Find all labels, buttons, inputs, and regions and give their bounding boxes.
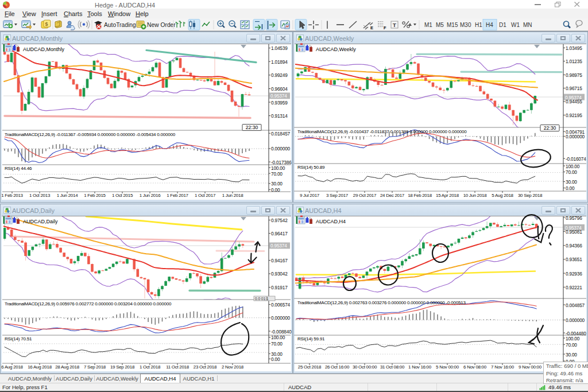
svg-text:0.00: 0.00 xyxy=(271,356,280,362)
svg-text:11 Oct 2018: 11 Oct 2018 xyxy=(166,364,189,370)
svg-text:70.00: 70.00 xyxy=(271,341,283,347)
svg-text:15 Apr 2018: 15 Apr 2018 xyxy=(436,193,459,198)
svg-text:7 Nov 16:00: 7 Nov 16:00 xyxy=(491,364,514,370)
svg-text:TraditionalMACD(12,26,9) -0.01: TraditionalMACD(12,26,9) -0.010437 -0.01… xyxy=(297,129,467,134)
svg-text:AUDCAD,Monthly: AUDCAD,Monthly xyxy=(23,46,65,52)
svg-text:0.97542: 0.97542 xyxy=(271,218,288,223)
svg-text:18 Feb 2018: 18 Feb 2018 xyxy=(408,193,432,198)
svg-text:70.00: 70.00 xyxy=(566,169,577,175)
svg-text:-0.017386: -0.017386 xyxy=(271,160,292,165)
svg-text:0.0 01:1: 0.0 01:1 xyxy=(255,297,269,301)
svg-text:30.00: 30.00 xyxy=(566,352,577,358)
svg-text:1.01894: 1.01894 xyxy=(271,59,288,65)
svg-text:7 Sep 2018: 7 Sep 2018 xyxy=(84,364,106,370)
svg-text:5 Aug 2018: 5 Aug 2018 xyxy=(492,193,513,198)
svg-text:23 Oct 2018: 23 Oct 2018 xyxy=(194,364,217,370)
svg-text:1 Oct 2018: 1 Oct 2018 xyxy=(140,364,161,370)
svg-text:-0.016074: -0.016074 xyxy=(566,156,586,162)
svg-text:29 Oct 2017: 29 Oct 2017 xyxy=(353,193,377,198)
svg-text:AUDCAD,Daily: AUDCAD,Daily xyxy=(23,219,58,224)
svg-text:100.00: 100.00 xyxy=(271,165,285,171)
svg-text:1.01235: 1.01235 xyxy=(566,59,582,64)
svg-text:RSI(14) 44.46: RSI(14) 44.46 xyxy=(5,166,32,171)
svg-text:1 Feb 2013: 1 Feb 2013 xyxy=(1,193,23,198)
svg-text:0.018457: 0.018457 xyxy=(271,131,291,137)
svg-text:70.00: 70.00 xyxy=(271,171,283,177)
svg-text:0.93042: 0.93042 xyxy=(271,271,288,277)
svg-text:0.000000: 0.000000 xyxy=(271,146,291,152)
svg-text:30.00: 30.00 xyxy=(566,179,577,185)
svg-text:9 Nov 00:00: 9 Nov 00:00 xyxy=(519,364,542,370)
svg-text:6 Aug 2018: 6 Aug 2018 xyxy=(1,364,23,370)
svg-text:0.95374: 0.95374 xyxy=(270,93,287,99)
svg-text:0.000000: 0.000000 xyxy=(271,315,291,321)
svg-text:0.91917: 0.91917 xyxy=(271,285,288,290)
svg-text:26 Oct 16:00: 26 Oct 16:00 xyxy=(325,364,350,370)
svg-text:0.94455: 0.94455 xyxy=(566,99,582,104)
svg-text:TraditionalMACD(12,26,9) 0.005: TraditionalMACD(12,26,9) 0.005976 0.0027… xyxy=(5,301,172,306)
svg-text:1.04539: 1.04539 xyxy=(271,45,288,51)
svg-text:3 Sep 2017: 3 Sep 2017 xyxy=(326,193,349,198)
svg-text:16 Aug 2018: 16 Aug 2018 xyxy=(28,364,52,370)
svg-text:100.00: 100.00 xyxy=(566,164,580,169)
svg-text:9 Jul 2017: 9 Jul 2017 xyxy=(300,193,320,198)
svg-text:RSI(14) 59.91: RSI(14) 59.91 xyxy=(297,336,325,341)
svg-text:30.00: 30.00 xyxy=(271,181,283,187)
svg-text:1 Feb 2015: 1 Feb 2015 xyxy=(84,193,106,198)
svg-text:0.00: 0.00 xyxy=(271,187,280,193)
svg-text:RSI(14) 70.51: RSI(14) 70.51 xyxy=(5,336,32,341)
svg-text:RSI(14) 50.89: RSI(14) 50.89 xyxy=(297,165,325,170)
svg-text:100.00: 100.00 xyxy=(271,335,285,340)
svg-text:0.006574: 0.006574 xyxy=(271,302,291,308)
svg-text:0.95374: 0.95374 xyxy=(270,243,287,249)
svg-text:70.00: 70.00 xyxy=(566,342,577,348)
svg-text:1 Nov 16:00: 1 Nov 16:00 xyxy=(408,364,432,370)
svg-text:25 Oct 2018: 25 Oct 2018 xyxy=(298,364,322,370)
svg-text:0.004857: 0.004857 xyxy=(566,302,585,308)
svg-text:0.94366: 0.94366 xyxy=(566,243,582,249)
svg-text:30 Oct 00:00: 30 Oct 00:00 xyxy=(353,364,377,370)
svg-text:30 Sep 2018: 30 Sep 2018 xyxy=(518,193,543,198)
svg-text:TraditionalMACD(12,26,9) 0.002: TraditionalMACD(12,26,9) 0.002763 0.0032… xyxy=(297,300,466,305)
svg-text:AUDCAD,Weekly: AUDCAD,Weekly xyxy=(316,46,356,52)
svg-text:-0.008840: -0.008840 xyxy=(271,329,292,335)
svg-text:1 Feb 2017: 1 Feb 2017 xyxy=(167,193,188,198)
svg-text:AUDCAD,H4: AUDCAD,H4 xyxy=(316,219,346,224)
svg-text:28 Aug 2018: 28 Aug 2018 xyxy=(55,364,79,370)
svg-text:19 Sep 2018: 19 Sep 2018 xyxy=(110,364,135,370)
svg-text:0.94167: 0.94167 xyxy=(271,258,288,263)
svg-text:10 Jun 2018: 10 Jun 2018 xyxy=(463,193,488,198)
svg-text:0.98975: 0.98975 xyxy=(566,72,582,78)
svg-text:22:30: 22:30 xyxy=(544,125,556,131)
svg-text:0.91314: 0.91314 xyxy=(271,113,288,119)
svg-text:0.96417: 0.96417 xyxy=(271,231,288,236)
svg-text:1 Oct 2013: 1 Oct 2013 xyxy=(29,193,51,198)
svg-text:0.93651: 0.93651 xyxy=(566,257,582,262)
svg-text:1 Oct 2015: 1 Oct 2015 xyxy=(112,193,133,198)
svg-text:1 Jun 2014: 1 Jun 2014 xyxy=(57,193,78,198)
svg-text:31 Oct 08:00: 31 Oct 08:00 xyxy=(380,364,405,370)
svg-text:0.000000: 0.000000 xyxy=(566,134,585,139)
svg-text:0.99249: 0.99249 xyxy=(271,72,288,78)
svg-text:6 Nov 08:00: 6 Nov 08:00 xyxy=(463,364,487,370)
svg-text:24 Dec 2017: 24 Dec 2017 xyxy=(380,193,405,198)
svg-text:100.00: 100.00 xyxy=(566,336,580,341)
svg-text:0.96604: 0.96604 xyxy=(271,86,288,92)
svg-text:1 Jun 2016: 1 Jun 2016 xyxy=(140,193,161,198)
svg-text:1.03495: 1.03495 xyxy=(566,45,582,51)
svg-text:1 Oct 2017: 1 Oct 2017 xyxy=(195,193,216,198)
svg-text:22:30: 22:30 xyxy=(246,125,258,130)
svg-text:0.96715: 0.96715 xyxy=(566,86,582,91)
svg-text:5 Nov 00:00: 5 Nov 00:00 xyxy=(436,364,459,370)
svg-text:0.92221: 0.92221 xyxy=(566,285,582,290)
svg-text:0.95796: 0.95796 xyxy=(566,215,582,221)
svg-text:0.92936: 0.92936 xyxy=(566,271,582,277)
svg-text:0.92195: 0.92195 xyxy=(566,112,582,118)
svg-text:1 Jun 2018: 1 Jun 2018 xyxy=(222,193,243,198)
svg-text:0.95081: 0.95081 xyxy=(566,229,582,235)
svg-text:0.93959: 0.93959 xyxy=(271,100,288,106)
svg-text:TraditionalMACD(12,26,9) -0.01: TraditionalMACD(12,26,9) -0.011367 -0.00… xyxy=(5,132,176,137)
svg-text:0.00: 0.00 xyxy=(566,185,575,191)
svg-text:0.000000: 0.000000 xyxy=(566,317,585,323)
svg-text:2 Nov 2018: 2 Nov 2018 xyxy=(222,364,244,370)
